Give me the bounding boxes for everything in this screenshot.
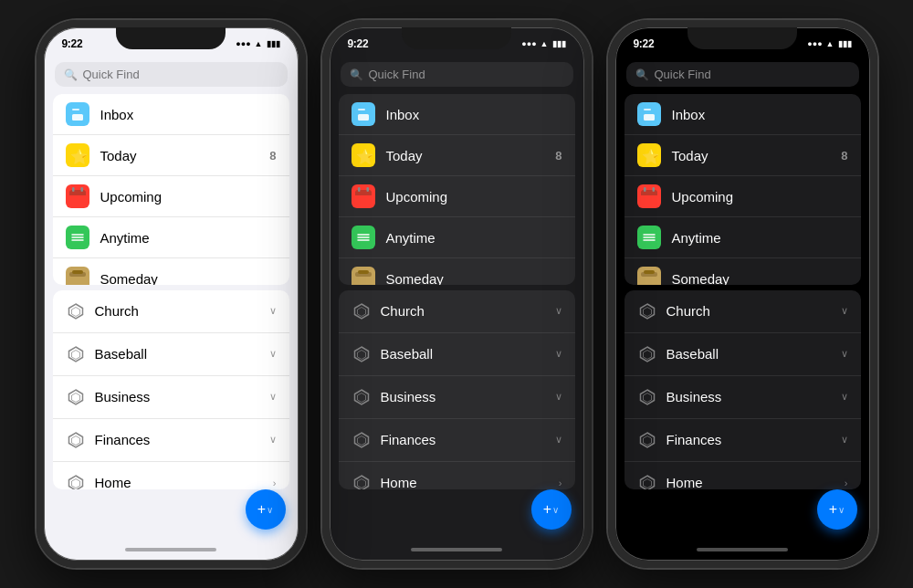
phone-theme-light: 9:22 ●●● ▲ ▮▮▮ 🔍 Quick Find (37, 20, 306, 568)
today-icon: ⭐ (637, 143, 661, 167)
bottom-bar (615, 542, 870, 561)
today-icon: ⭐ (66, 143, 89, 167)
area-item-church[interactable]: Church ∨ (339, 290, 575, 332)
inbox-label: Inbox (100, 107, 277, 122)
area-item-business[interactable]: Business ∨ (339, 375, 575, 418)
area-item-finances[interactable]: Finances ∨ (53, 418, 289, 461)
finances-chevron: ∨ (555, 434, 562, 446)
home-chevron: › (273, 478, 277, 488)
status-icons: ●●● ▲ ▮▮▮ (236, 39, 279, 48)
status-bar: 9:22 ●●● ▲ ▮▮▮ (44, 27, 299, 57)
business-label: Business (381, 389, 546, 404)
finances-label: Finances (95, 432, 260, 447)
area-item-baseball[interactable]: Baseball ∨ (53, 332, 289, 375)
signal-icon: ●●● (521, 39, 536, 48)
menu-item-upcoming[interactable]: Upcoming (53, 175, 289, 216)
inbox-label: Inbox (386, 107, 562, 122)
svg-rect-49 (644, 270, 655, 274)
church-area-icon (66, 301, 86, 321)
church-label: Church (95, 303, 260, 319)
area-item-baseball[interactable]: Baseball ∨ (624, 332, 861, 375)
menu-item-anytime[interactable]: Anytime (339, 216, 575, 257)
add-button[interactable]: +∨ (531, 489, 572, 530)
area-item-business[interactable]: Business ∨ (53, 375, 289, 418)
business-chevron: ∨ (269, 391, 277, 403)
finances-label: Finances (666, 432, 832, 447)
menu-item-today[interactable]: ⭐ Today 8 (624, 134, 861, 175)
menu-item-upcoming[interactable]: Upcoming (339, 175, 575, 216)
battery-icon: ▮▮▮ (838, 39, 852, 48)
area-item-business[interactable]: Business ∨ (624, 375, 861, 418)
baseball-area-icon (637, 344, 657, 364)
inbox-icon (352, 102, 375, 126)
menu-item-upcoming[interactable]: Upcoming (624, 175, 861, 216)
inbox-icon (66, 102, 89, 126)
finances-chevron: ∨ (841, 434, 848, 446)
status-bar: 9:22 ●●● ▲ ▮▮▮ (330, 27, 584, 57)
area-item-home[interactable]: Home › (53, 461, 289, 489)
menu-item-today[interactable]: ⭐ Today 8 (339, 134, 575, 175)
finances-area-icon (352, 430, 372, 450)
menu-item-inbox[interactable]: Inbox (624, 94, 861, 134)
menu-item-today[interactable]: ⭐ Today 8 (53, 134, 289, 175)
home-indicator (411, 548, 502, 551)
menu-item-anytime[interactable]: Anytime (624, 216, 861, 257)
church-chevron: ∨ (269, 305, 277, 317)
area-item-finances[interactable]: Finances ∨ (339, 418, 575, 461)
bottom-bar (330, 542, 584, 561)
upcoming-label: Upcoming (672, 189, 848, 205)
wifi-icon: ▲ (255, 39, 263, 48)
menu-item-inbox[interactable]: Inbox (339, 94, 575, 134)
baseball-label: Baseball (381, 346, 546, 362)
svg-rect-42 (641, 192, 657, 195)
svg-rect-6 (72, 187, 75, 192)
menu-item-someday[interactable]: Someday (339, 257, 575, 285)
church-label: Church (381, 303, 546, 319)
wifi-icon: ▲ (540, 39, 549, 48)
today-icon: ⭐ (352, 143, 375, 167)
fab-area: +∨ (615, 491, 870, 542)
svg-rect-25 (355, 192, 372, 195)
today-badge: 8 (269, 149, 276, 163)
fab-icon: +∨ (829, 501, 845, 518)
inbox-icon (637, 102, 661, 126)
baseball-label: Baseball (95, 346, 260, 362)
search-bar[interactable]: 🔍 Quick Find (626, 62, 859, 87)
svg-rect-7 (80, 187, 83, 192)
menu-item-someday[interactable]: Someday (624, 257, 861, 285)
fab-area: +∨ (330, 491, 584, 542)
menu-item-inbox[interactable]: Inbox (53, 94, 289, 134)
svg-rect-23 (358, 187, 361, 192)
phone-screen: 9:22 ●●● ▲ ▮▮▮ 🔍 Quick Find (615, 27, 870, 561)
church-area-icon (637, 301, 657, 321)
svg-rect-32 (358, 270, 369, 274)
svg-rect-19 (358, 109, 365, 110)
upcoming-icon (637, 184, 661, 208)
area-item-church[interactable]: Church ∨ (624, 290, 861, 332)
area-item-home[interactable]: Home › (624, 461, 861, 489)
menu-item-someday[interactable]: Someday (53, 257, 289, 285)
svg-text:⭐: ⭐ (70, 148, 87, 164)
home-area-icon (66, 473, 86, 489)
areas-section: Church ∨ Baseball ∨ (53, 290, 289, 489)
baseball-area-icon (66, 344, 86, 364)
area-item-baseball[interactable]: Baseball ∨ (339, 332, 575, 375)
status-time: 9:22 (348, 37, 369, 50)
someday-icon (66, 267, 89, 285)
area-item-church[interactable]: Church ∨ (53, 290, 289, 332)
search-bar[interactable]: 🔍 Quick Find (55, 62, 288, 87)
status-time: 9:22 (634, 37, 655, 50)
search-icon: 🔍 (350, 68, 363, 81)
phone-theme-black: 9:22 ●●● ▲ ▮▮▮ 🔍 Quick Find (608, 20, 877, 568)
search-icon: 🔍 (64, 68, 78, 81)
add-button[interactable]: +∨ (817, 489, 857, 530)
search-placeholder: Quick Find (369, 68, 425, 81)
menu-item-anytime[interactable]: Anytime (53, 216, 289, 257)
add-button[interactable]: +∨ (246, 489, 286, 530)
today-label: Today (386, 148, 545, 163)
search-bar[interactable]: 🔍 Quick Find (341, 62, 573, 87)
area-item-home[interactable]: Home › (339, 461, 575, 489)
area-item-finances[interactable]: Finances ∨ (624, 418, 861, 461)
home-area-icon (637, 473, 657, 489)
business-chevron: ∨ (555, 391, 562, 403)
